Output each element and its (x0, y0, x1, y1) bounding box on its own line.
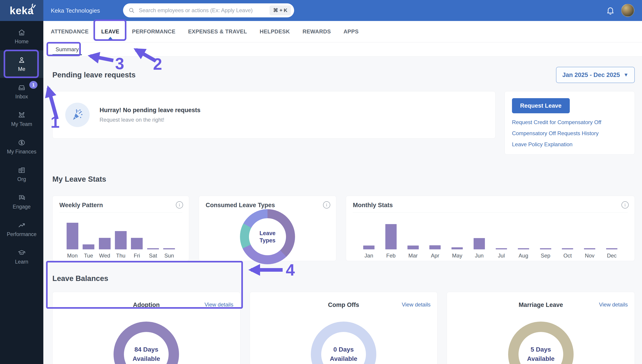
leave-actions-panel: Request Leave Request Credit for Compens… (504, 91, 635, 154)
tab-apps[interactable]: APPS (344, 21, 359, 42)
balance-card-adoption: Adoption View details 84 Days Available (52, 292, 240, 364)
monthly-stats-card: Monthly Stats i JanFebMarAprMayJunJulAug… (346, 196, 635, 261)
weekly-pattern-chart: MonTueWedThuFriSatSun (59, 212, 182, 259)
info-icon[interactable]: i (622, 201, 629, 208)
learn-icon (18, 249, 26, 257)
top-bar-main: Keka Technologies ⌘ + K (43, 0, 642, 21)
module-tabs: ATTENDANCELEAVEPERFORMANCEEXPENSES & TRA… (43, 21, 642, 42)
tab-label: APPS (344, 28, 359, 35)
company-name: Keka Technologies (51, 7, 100, 14)
tab-rewards[interactable]: REWARDS (302, 21, 331, 42)
monthly-stats-title: Monthly Stats (353, 202, 628, 209)
search-icon (128, 7, 135, 14)
view-details-link[interactable]: View details (402, 302, 431, 308)
bar-wed: Wed (96, 238, 113, 259)
leave-balances-title: Leave Balances (52, 274, 635, 283)
link-request-credit-for-compensatory-off[interactable]: Request Credit for Compensatory Off (512, 119, 627, 126)
org-icon (18, 166, 26, 174)
sidebar-item-inbox[interactable]: Inbox1 (0, 78, 43, 106)
sidebar-item-label: Learn (15, 259, 28, 265)
sidebar-item-me[interactable]: Me (0, 50, 43, 78)
sidebar-item-performance[interactable]: Performance (0, 216, 43, 243)
bar-jun: Jun (468, 238, 490, 259)
link-leave-policy-explanation[interactable]: Leave Policy Explanation (512, 141, 627, 148)
user-icon (18, 56, 26, 64)
sidebar-item-label: Engage (13, 204, 30, 210)
sidebar-item-my-team[interactable]: My Team (0, 106, 43, 133)
bar-sun: Sun (161, 248, 177, 259)
bar-thu: Thu (113, 231, 129, 259)
sidebar-item-label: Performance (7, 231, 36, 238)
weekly-pattern-card: Weekly Pattern i MonTueWedThuFriSatSun (52, 196, 189, 261)
consumed-leave-types-title: Consumed Leave Types (206, 202, 329, 209)
bar-mar: Mar (402, 246, 424, 259)
user-avatar[interactable] (621, 4, 634, 17)
global-search[interactable]: ⌘ + K (123, 4, 294, 18)
balance-ring-label: 84 Days Available (132, 345, 160, 363)
info-icon[interactable]: i (323, 201, 330, 208)
search-input[interactable] (138, 7, 270, 14)
sidebar-item-label: My Team (11, 121, 32, 127)
bar-fri: Fri (129, 238, 145, 259)
sidebar-item-label: My Finances (7, 149, 36, 155)
tab-attendance[interactable]: ATTENDANCE (51, 21, 89, 42)
search-shortcut-badge: ⌘ + K (270, 6, 291, 15)
active-tab-caret-icon (108, 37, 113, 40)
bar-jan: Jan (358, 246, 380, 259)
notifications-bell-icon[interactable] (606, 6, 615, 15)
donut-hole: Leave Types (249, 218, 286, 255)
date-range-dropdown[interactable]: Jan 2025 - Dec 2025 ▼ (556, 67, 635, 83)
inbox-icon (18, 84, 26, 92)
inbox-badge: 1 (29, 81, 38, 89)
sidebar-item-label: Inbox (15, 94, 28, 100)
sidebar-item-label: Me (18, 66, 25, 72)
my-leave-stats-title: My Leave Stats (52, 175, 635, 184)
bar-oct: Oct (556, 248, 578, 259)
bar-feb: Feb (380, 224, 402, 259)
balance-card-comp-offs: Comp Offs View details 0 Days Available (250, 292, 438, 364)
link-compensatory-off-requests-history[interactable]: Compensatory Off Requests History (512, 130, 627, 136)
balance-card-marriage-leave: Marriage Leave View details 5 Days Avail… (447, 292, 635, 364)
tab-leave[interactable]: LEAVE (101, 21, 120, 42)
leave-summary-page: Pending leave requests Jan 2025 - Dec 20… (43, 56, 642, 364)
keka-app-window: keka Keka Technologies ⌘ + K H (0, 0, 642, 364)
team-icon (18, 111, 26, 119)
sidebar: HomeMeInbox1My TeamMy FinancesOrgEngageP… (0, 21, 43, 364)
tab-summary-label: Summary (56, 46, 79, 52)
bar-mon: Mon (64, 223, 80, 259)
tab-label: ATTENDANCE (51, 28, 89, 35)
balance-ring-chart: 0 Days Available (311, 322, 376, 364)
balance-ring-chart: 84 Days Available (114, 322, 179, 364)
tab-performance[interactable]: PERFORMANCE (132, 21, 176, 42)
party-popper-icon (65, 103, 90, 127)
logo-spark-icon (30, 3, 38, 10)
tab-helpdesk[interactable]: HELPDESK (260, 21, 290, 42)
performance-icon (18, 221, 26, 229)
info-icon[interactable]: i (176, 201, 183, 208)
request-leave-button[interactable]: Request Leave (512, 98, 570, 113)
keka-logo[interactable]: keka (0, 0, 43, 21)
sidebar-item-label: Org (18, 176, 26, 182)
bar-dec: Dec (601, 248, 623, 259)
bar-tue: Tue (80, 244, 96, 259)
sidebar-item-learn[interactable]: Learn (0, 243, 43, 270)
date-range-value: Jan 2025 - Dec 2025 (562, 72, 620, 78)
tab-expenses-travel[interactable]: EXPENSES & TRAVEL (188, 21, 247, 42)
sidebar-item-engage[interactable]: Engage (0, 188, 43, 216)
view-details-link[interactable]: View details (599, 302, 628, 308)
bar-may: May (446, 247, 468, 259)
sidebar-item-my-finances[interactable]: My Finances (0, 133, 43, 160)
no-pending-requests-text: Hurray! No pending leave requests Reques… (100, 107, 200, 123)
sidebar-item-org[interactable]: Org (0, 160, 43, 188)
no-pending-requests-card: Hurray! No pending leave requests Reques… (52, 91, 496, 138)
sidebar-item-home[interactable]: Home (0, 23, 43, 50)
balance-ring-label: 5 Days Available (527, 345, 555, 363)
balance-ring-chart: 5 Days Available (508, 322, 574, 364)
chevron-down-icon: ▼ (624, 72, 628, 78)
home-icon (18, 28, 26, 36)
empty-state-title: Hurray! No pending leave requests (100, 107, 200, 114)
weekly-pattern-title: Weekly Pattern (59, 202, 182, 209)
empty-state-subtitle: Request leave on the right! (100, 117, 200, 123)
tab-summary[interactable]: Summary (50, 42, 85, 56)
view-details-link[interactable]: View details (204, 302, 234, 308)
